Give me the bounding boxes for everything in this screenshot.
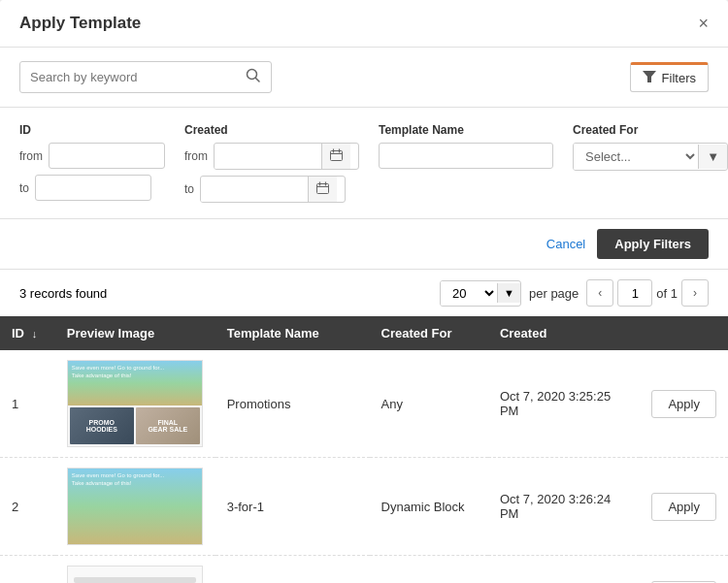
created-to-date [200, 176, 346, 203]
col-header-id[interactable]: ID ↓ [0, 316, 55, 350]
created-from-calendar-button[interactable] [321, 144, 350, 169]
page-number-input[interactable] [617, 279, 652, 307]
col-id-label: ID [12, 326, 24, 340]
pagination-controls: 20 30 50 100 ▼ per page ‹ of 1 › [440, 279, 709, 307]
apply-filters-button[interactable]: Apply Filters [597, 229, 709, 259]
cell-id: 3 [0, 556, 55, 584]
cell-template-name: column-lists [215, 556, 370, 584]
template-name-label: Template Name [379, 123, 553, 137]
created-for-select-wrapper: Select... Any Dynamic Block Product ▼ [573, 143, 728, 171]
col-header-created: Created [488, 316, 641, 350]
preview-bottom-images: PROMOHOODIES FINALGEAR SALE [68, 405, 202, 446]
id-from-to: from to [19, 143, 165, 201]
cell-id: 2 [0, 458, 55, 556]
table-row: 3 column-listsProductOct 7, 2020 3:28:18… [0, 556, 728, 584]
filter-group-created: Created from [184, 123, 359, 203]
filter-icon [643, 71, 656, 85]
id-to-input[interactable] [35, 175, 151, 201]
col-created-label: Created [500, 326, 546, 340]
filter-section: ID from to Created from [0, 108, 728, 219]
page-nav: ‹ of 1 › [586, 279, 709, 307]
cell-created: Oct 7, 2020 3:28:18 PM [488, 556, 641, 584]
filter-group-id: ID from to [19, 123, 165, 201]
created-for-select[interactable]: Select... Any Dynamic Block Product [574, 144, 698, 170]
created-to-calendar-button[interactable] [308, 177, 337, 202]
filter-row: ID from to Created from [19, 123, 709, 203]
col-preview-label: Preview Image [67, 326, 154, 340]
cell-created-for: Dynamic Block [370, 458, 488, 556]
col-header-template-name: Template Name [215, 316, 370, 350]
col-header-preview: Preview Image [55, 316, 215, 350]
svg-rect-3 [331, 151, 343, 161]
svg-rect-7 [317, 184, 329, 194]
cell-preview: Save even more! Go to ground for...Take … [55, 350, 215, 458]
data-table: ID ↓ Preview Image Template Name Created… [0, 316, 728, 583]
table-row: 1 Save even more! Go to ground for...Tak… [0, 350, 728, 458]
cell-created-for: Product [370, 556, 488, 584]
id-from-input[interactable] [49, 143, 165, 169]
id-from-label: from [19, 149, 43, 163]
table-controls: 3 records found 20 30 50 100 ▼ per page … [0, 270, 728, 316]
modal-header: Apply Template × [0, 0, 728, 48]
cell-created-for: Any [370, 350, 488, 458]
per-page-arrow-icon: ▼ [497, 283, 520, 303]
apply-button[interactable]: Apply [651, 493, 716, 521]
cell-created: Oct 7, 2020 3:26:24 PM [488, 458, 641, 556]
created-to-input[interactable] [201, 178, 308, 202]
close-button[interactable]: × [698, 15, 709, 32]
per-page-select-wrapper: 20 30 50 100 ▼ [440, 280, 521, 307]
preview-line-1 [74, 577, 196, 583]
col-created-for-label: Created For [381, 326, 452, 340]
per-page-select[interactable]: 20 30 50 100 [441, 281, 497, 306]
preview-bottom-right: FINALGEAR SALE [136, 407, 200, 444]
cell-action: Apply [640, 458, 728, 556]
created-from-date [214, 143, 359, 170]
sort-icon: ↓ [32, 328, 38, 340]
preview-image: Save even more! Go to ground for...Take … [67, 360, 203, 447]
search-area: Filters [0, 48, 728, 108]
select-arrow-icon: ▼ [698, 145, 727, 169]
cell-preview [55, 556, 215, 584]
prev-page-button[interactable]: ‹ [586, 279, 613, 307]
created-from-to: from [184, 143, 359, 203]
created-label: Created [184, 123, 359, 137]
preview-image: Save even more! Go to ground for...Take … [67, 468, 203, 545]
id-label: ID [19, 123, 165, 137]
table-row: 2 Save even more! Go to ground for...Tak… [0, 458, 728, 556]
preview-image [67, 566, 203, 583]
cancel-button[interactable]: Cancel [546, 237, 585, 251]
apply-template-modal: Apply Template × Filters [0, 0, 728, 583]
template-name-input[interactable] [379, 143, 553, 169]
created-to-label: to [184, 182, 194, 196]
cell-preview: Save even more! Go to ground for...Take … [55, 458, 215, 556]
created-from-input[interactable] [215, 145, 321, 169]
preview-top-image: Save even more! Go to ground for...Take … [68, 361, 202, 405]
col-header-created-for: Created For [370, 316, 488, 350]
created-from-label: from [184, 149, 208, 163]
apply-button[interactable]: Apply [651, 390, 716, 418]
svg-line-1 [256, 79, 260, 82]
created-for-label: Created For [573, 123, 728, 137]
cell-action: Apply [640, 350, 728, 458]
filters-button-label: Filters [662, 71, 696, 85]
next-page-button[interactable]: › [681, 279, 709, 307]
id-to-label: to [19, 181, 29, 195]
col-header-action [640, 316, 728, 350]
cell-created: Oct 7, 2020 3:25:25 PM [488, 350, 641, 458]
filter-group-created-for: Created For Select... Any Dynamic Block … [573, 123, 728, 171]
modal-title: Apply Template [19, 14, 141, 33]
preview-bottom-left: PROMOHOODIES [70, 407, 134, 444]
col-template-name-label: Template Name [227, 326, 319, 340]
cell-action: Apply [640, 556, 728, 584]
search-input[interactable] [30, 70, 242, 84]
filter-actions: Cancel Apply Filters [0, 219, 728, 270]
search-icon [246, 68, 261, 86]
table-header-row: ID ↓ Preview Image Template Name Created… [0, 316, 728, 350]
svg-marker-2 [643, 71, 656, 82]
table-body: 1 Save even more! Go to ground for...Tak… [0, 350, 728, 583]
filters-toggle-button[interactable]: Filters [630, 62, 709, 92]
cell-template-name: 3-for-1 [215, 458, 370, 556]
cell-id: 1 [0, 350, 55, 458]
cell-template-name: Promotions [215, 350, 370, 458]
per-page-label: per page [529, 286, 579, 301]
